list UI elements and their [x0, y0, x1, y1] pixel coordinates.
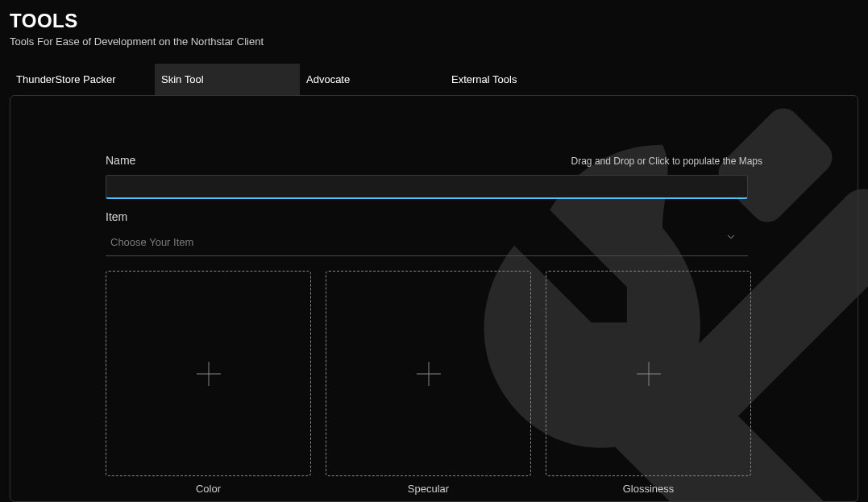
maps-hint: Drag and Drop or Click to populate the M…	[571, 156, 762, 167]
tab-advocate[interactable]: Advocate	[300, 64, 445, 95]
item-label: Item	[106, 210, 762, 223]
tab-thunderstore-packer[interactable]: ThunderStore Packer	[10, 64, 155, 95]
tab-skin-tool[interactable]: Skin Tool	[155, 64, 300, 95]
tabs-bar: ThunderStore Packer Skin Tool Advocate E…	[10, 64, 858, 95]
plus-icon	[637, 362, 661, 386]
plus-icon	[197, 362, 221, 386]
tab-content: Name Drag and Drop or Click to populate …	[10, 95, 858, 502]
page-title: TOOLS	[10, 10, 858, 32]
map-label-glossiness: Glossiness	[623, 483, 675, 495]
plus-icon	[417, 362, 441, 386]
item-select-placeholder: Choose Your Item	[110, 236, 193, 248]
map-drop-specular[interactable]	[326, 271, 531, 476]
map-label-color: Color	[196, 483, 221, 495]
map-drop-color[interactable]	[106, 271, 311, 476]
item-select[interactable]: Choose Your Item	[106, 230, 748, 256]
map-label-specular: Specular	[408, 483, 449, 495]
name-input[interactable]	[106, 175, 748, 199]
map-drop-glossiness[interactable]	[546, 271, 751, 476]
name-label: Name	[106, 154, 135, 167]
tab-external-tools[interactable]: External Tools	[445, 64, 590, 95]
chevron-down-icon	[725, 231, 737, 243]
page-subtitle: Tools For Ease of Development on the Nor…	[10, 35, 858, 48]
